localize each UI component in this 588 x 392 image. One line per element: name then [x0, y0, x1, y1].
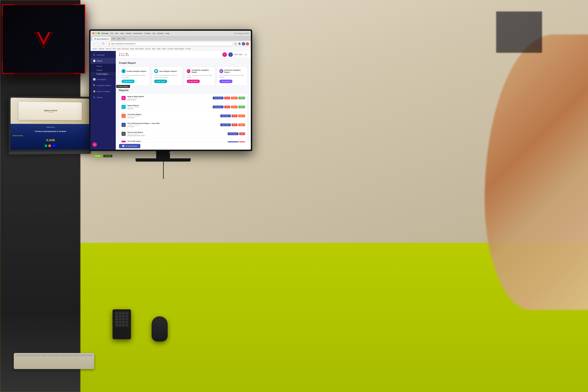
view-report-hyclor-fb[interactable]: View Report	[220, 124, 231, 126]
tab-active[interactable]: 🌐 app.socialstatus.io	[92, 37, 111, 41]
row-info-hy-clor: HY-CLOR report 26/08/24 - 31/08/24 HY CL…	[127, 140, 226, 142]
tab-other-1[interactable]: DB	[111, 37, 116, 40]
browser-menu: Chrome File Edit View History Bookmarks …	[102, 32, 169, 34]
person-background	[427, 0, 588, 392]
create-profile-report-btn[interactable]: Create Report	[122, 80, 135, 83]
tab-other-3[interactable]: 20	[122, 37, 126, 40]
pptx-hyclor[interactable]: PPTX	[231, 106, 238, 108]
bookmark-canva[interactable]: 🎨 Canva	[122, 48, 129, 50]
address-bar[interactable]: 🔒 app.socialstatus.io/dashboard	[106, 42, 233, 46]
bookmark-nas[interactable]: NAS	[113, 48, 116, 50]
pdf-uvguard[interactable]: PDF	[231, 114, 237, 117]
influencer-icon: ⭐	[93, 90, 96, 93]
bookmark-drafts[interactable]: Drafts	[162, 48, 166, 50]
profile-icon[interactable]: 👤	[238, 42, 241, 46]
fullscreen-button[interactable]	[98, 32, 100, 34]
submenu-settings[interactable]: Settings	[91, 68, 116, 72]
extensions-icon[interactable]: ⚡	[234, 42, 237, 46]
bg-right-monitor	[496, 12, 542, 53]
bookmark-bowl-bean[interactable]: Bowl & Bean	[135, 48, 144, 50]
bookmark-ai-tools[interactable]: AI Tools	[186, 48, 191, 50]
speaker-dot	[122, 321, 125, 324]
xlsx-bowl[interactable]: XLSX	[238, 96, 245, 100]
bookmark-clients[interactable]: Clients	[92, 48, 97, 50]
close-button[interactable]	[92, 32, 94, 34]
pptx-hyclor-fb[interactable]: PPTX	[238, 124, 245, 126]
create-influencer-report-btn[interactable]: Create Report	[219, 80, 232, 83]
bookmark-clickup[interactable]: Click Up	[106, 48, 111, 50]
corner-decoration-tr	[74, 4, 85, 16]
sidebar-item-dashboard[interactable]: ⊞ Dashboard	[91, 52, 116, 58]
bookmark-mra[interactable]: MRA	[157, 48, 160, 50]
view-report-ad[interactable]: View Report	[228, 132, 238, 135]
gaming-monitor-screen	[3, 5, 85, 73]
view-report-hyclor[interactable]: View Report	[213, 106, 223, 108]
pdf-hyclor[interactable]: PDF	[224, 106, 230, 108]
laptop-screen-content: Hypnos Oxford Come and Try The Most Comf…	[11, 98, 90, 150]
nav-forward-button[interactable]: →	[97, 42, 101, 46]
badge-row: ✓ ★ AU	[13, 144, 88, 147]
menu-profiles[interactable]: Profiles	[144, 32, 151, 34]
pptx-uvguard[interactable]: PPTX	[238, 114, 245, 117]
reports-list-section: Reports B Bowl & Bean Report 12/08/24 - …	[119, 89, 248, 142]
user-avatar[interactable]: G	[92, 142, 97, 147]
create-competitor-report-btn[interactable]: Create Report	[187, 80, 200, 83]
notification-icon[interactable]: 1	[246, 42, 249, 46]
footer-bar: 📊 Create Report	[116, 142, 251, 150]
view-report-uvguard[interactable]: View Report	[220, 114, 231, 117]
speaker-dot	[125, 321, 128, 324]
pdf-hyclor-fb[interactable]: PDF	[231, 124, 237, 126]
bookmark-laten[interactable]: Laten	[117, 48, 121, 50]
nav-refresh-button[interactable]: ↻	[102, 42, 105, 46]
create-report-icon: 📊	[122, 145, 125, 147]
speaker-dot	[122, 312, 125, 315]
report-row-bowl-bean: B Bowl & Bean Report 12/08/24 - 19/08/24…	[119, 94, 247, 102]
bookmark-myclor[interactable]: My-Clor	[145, 48, 150, 50]
view-report-bowl[interactable]: View Report	[213, 96, 223, 100]
bookmark-avery[interactable]: Avery	[130, 48, 134, 50]
bookmark-brand-support[interactable]: Brand Support	[175, 48, 184, 50]
pptx-bowl[interactable]: PPTX	[231, 96, 238, 100]
bookmark-ui-guard[interactable]: UI Guard	[167, 48, 173, 50]
menu-chrome[interactable]: Chrome	[102, 32, 108, 34]
tab-other-2[interactable]: Db	[116, 37, 121, 40]
xlsx-hyclor[interactable]: XLSX	[238, 106, 245, 108]
pdf-bowl[interactable]: PDF	[224, 96, 230, 100]
report-row-uvguard: U UV Guard Report 01/08/24 - 08/08/24 UV…	[119, 112, 247, 120]
competitor-card-desc: Covers Competitor performance for public…	[187, 74, 212, 78]
header-workspace-label: GNYT SEO	[234, 54, 242, 55]
bookmark-istore[interactable]: iStore	[152, 48, 156, 50]
menu-view[interactable]: View	[120, 32, 124, 34]
menu-help[interactable]: Help	[166, 32, 169, 34]
report-cards-grid: 👤 Profile Analytics Report Covers owned …	[119, 66, 248, 86]
speaker-dot	[115, 312, 118, 315]
header-music-btn[interactable]: ♪	[228, 52, 233, 57]
minimize-button[interactable]	[95, 32, 97, 34]
header-profile-btn[interactable]: P	[222, 52, 227, 57]
menu-tab[interactable]: Tab	[153, 32, 155, 34]
dashboard-label: Dashboard	[97, 54, 105, 56]
sidebar-item-reports[interactable]: 📄 Reports	[91, 58, 116, 64]
nav-back-button[interactable]: ←	[92, 42, 96, 46]
menu-window[interactable]: Window	[157, 32, 164, 34]
bookmark-calendar[interactable]: Calendar	[98, 48, 104, 50]
row-icon-hy-clor: H	[122, 141, 126, 142]
sidebar-item-settings[interactable]: ⚙ Settings	[91, 94, 116, 100]
menu-bookmarks[interactable]: Bookmarks	[133, 32, 143, 34]
submenu-profile-analytics[interactable]: Profile Analytics	[91, 72, 116, 76]
footer-create-report-btn[interactable]: 📊 Create Report	[119, 144, 140, 148]
header-expand-btn[interactable]: ⤢	[244, 53, 248, 56]
menu-file[interactable]: File	[110, 32, 113, 34]
account-icon[interactable]: A	[242, 42, 245, 46]
menu-edit[interactable]: Edit	[115, 32, 118, 34]
row-name-ad: Ad Account Report	[127, 131, 226, 133]
app-main-layout: ⊞ Dashboard 📄 Reports Reports Settings P…	[91, 51, 251, 150]
pdf-ad[interactable]: PDF	[239, 132, 245, 135]
create-ads-report-btn[interactable]: Create Report	[154, 80, 167, 83]
sidebar-item-influencer[interactable]: ⭐ Influencer Analytics	[91, 88, 116, 94]
menu-history[interactable]: History	[126, 32, 132, 34]
sidebar-item-competitor[interactable]: 🔍 Competitor Analytics	[91, 82, 116, 88]
hotel-brand-area: Come and Try The Most Comfortable Beds I…	[11, 124, 89, 150]
submenu-reports[interactable]: Reports	[91, 64, 116, 68]
sidebar-item-ads-analytics[interactable]: 📊 Ads Analytics	[91, 76, 116, 82]
